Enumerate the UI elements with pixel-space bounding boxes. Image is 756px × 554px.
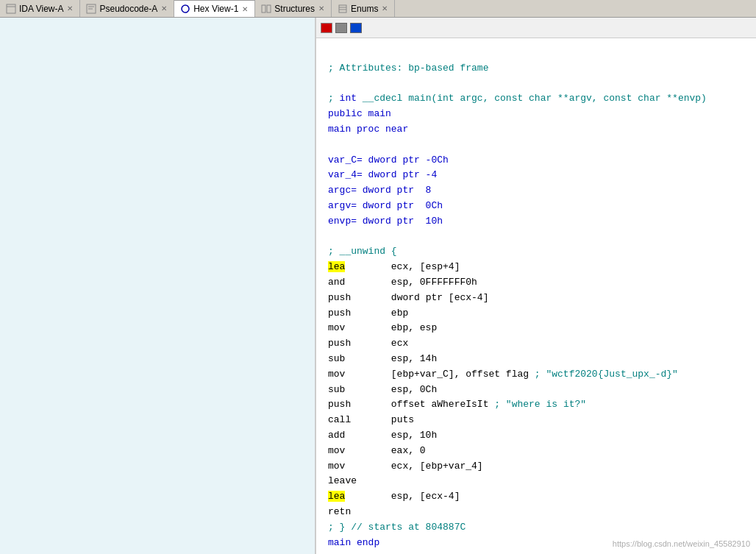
svg-rect-7 [267, 5, 271, 13]
line-end-comment: ; } // starts at 804887C [328, 520, 744, 536]
line-push-1: push dword ptr [ecx-4] [328, 291, 744, 306]
toolbar-btn-red[interactable] [321, 23, 332, 33]
tab-pseudocode[interactable]: Pseudocode-A ✕ [80, 0, 174, 17]
tab-enums[interactable]: Enums ✕ [332, 0, 395, 17]
line-call: call puts [328, 413, 744, 428]
tab-enums-close[interactable]: ✕ [381, 4, 388, 13]
line-empty-1 [328, 46, 744, 61]
line-and: and esp, 0FFFFFFF0h [328, 275, 744, 291]
tab-enums-label: Enums [351, 4, 378, 14]
line-sub-2: sub esp, 0Ch [328, 383, 744, 398]
line-var-c: var_C= dword ptr -0Ch [328, 153, 744, 168]
tab-pseudocode-close[interactable]: ✕ [160, 4, 168, 13]
line-push-3: push ecx [328, 336, 744, 352]
watermark: https://blog.csdn.net/weixin_45582910 [613, 539, 750, 548]
line-empty-4 [328, 230, 744, 245]
pseudocode-icon [86, 4, 96, 14]
line-argv: argv= dword ptr 0Ch [328, 199, 744, 214]
line-argc: argc= dword ptr 8 [328, 183, 744, 199]
tab-ida-view[interactable]: IDA View-A ✕ [0, 0, 80, 17]
tab-hex-view-label: Hex View-1 [193, 4, 238, 14]
line-unwind: ; __unwind { [328, 244, 744, 260]
line-main-proc: main proc near [328, 122, 744, 138]
main-layout: ; Attributes: bp-based frame ; int __cde… [0, 18, 756, 554]
line-sub-1: sub esp, 14h [328, 352, 744, 367]
enums-icon [338, 4, 348, 14]
line-envp: envp= dword ptr 10h [328, 214, 744, 230]
line-push-2: push ebp [328, 306, 744, 322]
tab-bar: IDA View-A ✕ Pseudocode-A ✕ Hex View-1 ✕… [0, 0, 756, 18]
code-content[interactable]: ; Attributes: bp-based frame ; int __cde… [316, 38, 756, 554]
tab-ida-view-close[interactable]: ✕ [66, 4, 74, 13]
line-empty-3 [328, 138, 744, 153]
line-add: add esp, 10h [328, 428, 744, 444]
toolbar-btn-img[interactable] [335, 23, 347, 33]
hex-view-icon [180, 4, 190, 14]
svg-rect-6 [262, 5, 265, 13]
line-retn: retn [328, 505, 744, 520]
left-panel [0, 18, 316, 554]
line-empty-2 [328, 77, 744, 92]
line-public-main: public main [328, 107, 744, 122]
toolbar-btn-blue[interactable] [350, 23, 362, 33]
tab-structures[interactable]: Structures ✕ [255, 0, 332, 17]
tab-structures-close[interactable]: ✕ [318, 4, 325, 13]
line-mov-3: mov eax, 0 [328, 444, 744, 459]
svg-point-5 [182, 5, 189, 13]
line-signature: ; int __cdecl main(int argc, const char … [328, 91, 744, 107]
code-panel: ; Attributes: bp-based frame ; int __cde… [316, 18, 756, 554]
line-var-4: var_4= dword ptr -4 [328, 168, 744, 183]
line-push-4: push offset aWhereIsIt ; "where is it?" [328, 397, 744, 413]
svg-rect-8 [339, 5, 346, 13]
line-attributes: ; Attributes: bp-based frame [328, 61, 744, 77]
tab-hex-view[interactable]: Hex View-1 ✕ [174, 0, 255, 17]
structures-icon [261, 4, 271, 14]
svg-rect-0 [7, 4, 15, 13]
tab-pseudocode-label: Pseudocode-A [99, 4, 157, 14]
tab-ida-view-label: IDA View-A [19, 4, 63, 14]
line-leave: leave [328, 474, 744, 489]
code-toolbar [316, 18, 756, 38]
line-mov-2: mov [ebp+var_C], offset flag ; "wctf2020… [328, 367, 744, 383]
line-mov-4: mov ecx, [ebp+var_4] [328, 459, 744, 475]
line-lea-1: lea ecx, [esp+4] [328, 260, 744, 275]
ida-view-icon [6, 4, 16, 14]
tab-structures-label: Structures [274, 4, 315, 14]
line-lea-2: lea esp, [ecx-4] [328, 489, 744, 505]
tab-hex-view-close[interactable]: ✕ [241, 5, 249, 13]
line-mov-1: mov ebp, esp [328, 321, 744, 336]
